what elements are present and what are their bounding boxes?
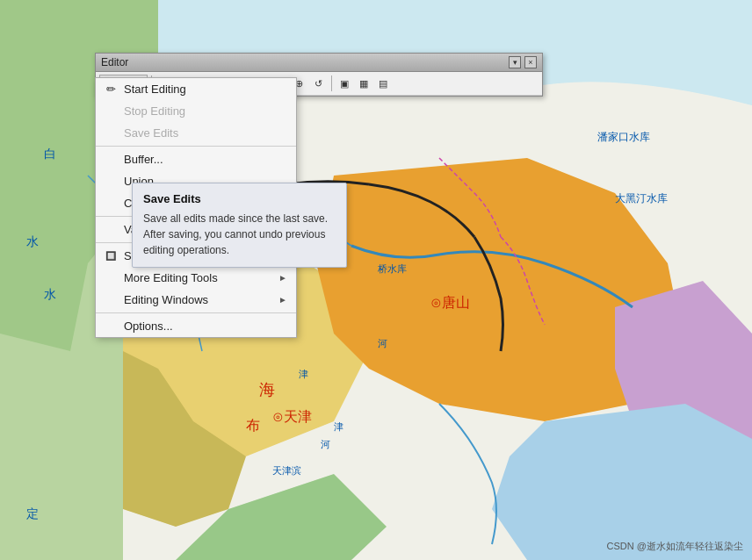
menu-item-save-edits[interactable]: Save Edits — [96, 122, 296, 144]
editing-windows-icon — [103, 292, 119, 308]
clip-icon — [103, 196, 119, 212]
toolbar-extra-icon[interactable]: ▤ — [374, 75, 392, 92]
svg-text:津: 津 — [299, 369, 308, 379]
svg-text:白: 白 — [44, 147, 56, 161]
watermark: CSDN @逝水如流年轻往返染尘 — [607, 540, 743, 553]
close-button[interactable]: × — [524, 56, 537, 68]
menu-item-buffer[interactable]: Buffer... — [96, 148, 296, 170]
svg-text:大黑汀水库: 大黑汀水库 — [615, 192, 668, 205]
start-editing-label: Start Editing — [124, 83, 186, 96]
more-editing-tools-arrow-icon: ► — [278, 273, 287, 283]
svg-text:水: 水 — [26, 235, 39, 248]
more-editing-tools-icon — [103, 270, 119, 286]
svg-text:河: 河 — [321, 439, 330, 449]
toolbar-separator-2 — [331, 75, 332, 91]
snapping-icon: 🔲 — [103, 248, 119, 264]
svg-text:津: 津 — [334, 421, 343, 432]
editor-title: Editor — [101, 56, 128, 68]
toolbar-snap-icon[interactable]: ▣ — [336, 75, 353, 92]
svg-text:⊙唐山: ⊙唐山 — [430, 295, 470, 310]
svg-text:水: 水 — [44, 288, 56, 301]
svg-text:河: 河 — [378, 338, 387, 348]
menu-separator-1 — [96, 146, 296, 147]
titlebar-controls: ▾ × — [509, 56, 537, 68]
buffer-icon — [103, 152, 119, 168]
svg-text:海: 海 — [259, 381, 275, 398]
svg-text:天津滨: 天津滨 — [272, 465, 301, 476]
tooltip-text: Save all edits made since the last save.… — [143, 211, 336, 258]
start-editing-icon: ✏ — [103, 82, 119, 97]
menu-separator-4 — [96, 312, 296, 313]
save-edits-icon — [103, 126, 119, 141]
more-editing-tools-label: More Editing Tools — [124, 271, 218, 284]
svg-text:潘家口水库: 潘家口水库 — [597, 131, 650, 143]
svg-text:⊙天津: ⊙天津 — [272, 409, 312, 424]
save-edits-label: Save Edits — [124, 126, 178, 140]
menu-item-more-editing-tools[interactable]: More Editing Tools ► — [96, 267, 296, 289]
validate-icon — [103, 222, 119, 238]
editing-windows-label: Editing Windows — [124, 293, 208, 306]
stop-editing-label: Stop Editing — [124, 104, 185, 118]
stop-editing-icon — [103, 104, 119, 119]
options-icon — [103, 319, 119, 334]
menu-item-start-editing[interactable]: ✏ Start Editing — [96, 78, 296, 100]
toolbar-undo-icon[interactable]: ↺ — [310, 75, 328, 92]
pin-button[interactable]: ▾ — [509, 56, 521, 68]
editing-windows-arrow-icon: ► — [278, 295, 287, 305]
menu-item-stop-editing[interactable]: Stop Editing — [96, 100, 296, 122]
svg-text:桥水库: 桥水库 — [377, 263, 407, 274]
buffer-label: Buffer... — [124, 153, 163, 166]
editor-titlebar: Editor ▾ × — [96, 54, 542, 72]
options-label: Options... — [124, 319, 173, 333]
svg-text:布: 布 — [246, 418, 260, 433]
svg-text:定: 定 — [26, 507, 39, 521]
menu-item-options[interactable]: Options... — [96, 315, 296, 337]
menu-item-editing-windows[interactable]: Editing Windows ► — [96, 289, 296, 311]
toolbar-grid-icon[interactable]: ▦ — [355, 75, 372, 92]
watermark-text: CSDN @逝水如流年轻往返染尘 — [607, 541, 743, 551]
union-icon — [103, 174, 119, 190]
tooltip-title: Save Edits — [143, 192, 336, 205]
save-edits-tooltip: Save Edits Save all edits made since the… — [132, 183, 347, 268]
